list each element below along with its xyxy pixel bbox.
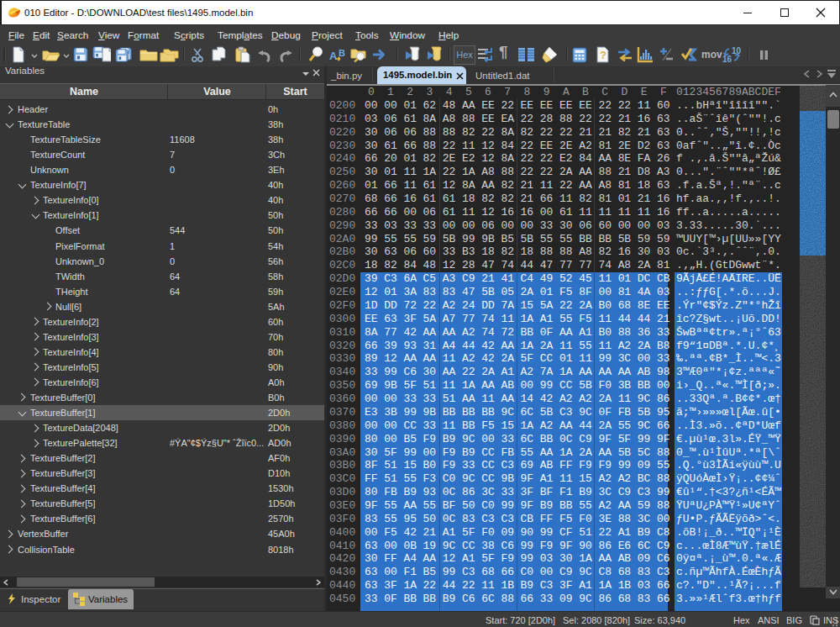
svg-text:16: 16 xyxy=(722,55,732,63)
svg-text:?: ? xyxy=(600,49,606,61)
svg-text:B: B xyxy=(339,48,345,58)
svg-text:A: A xyxy=(329,50,338,62)
